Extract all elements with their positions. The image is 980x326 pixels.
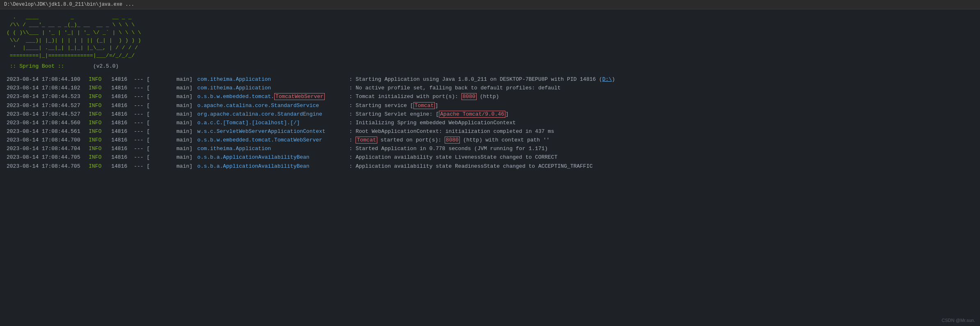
log-class: o.s.b.a.ApplicationAvailabilityBean: [197, 153, 349, 162]
log-class: org.apache.catalina.core.StandardEngine: [197, 110, 349, 119]
log-timestamp: 2023-08-14 17:08:44.100: [7, 75, 89, 84]
port-8080-highlight: 8080: [461, 93, 477, 100]
log-thread: main: [152, 75, 189, 84]
log-class: o.s.b.w.embedded.tomcat.TomcatWebServer: [197, 93, 349, 101]
log-pid: 14816: [111, 145, 134, 153]
log-line-4: 2023-08-14 17:08:44.527 INFO 14816 --- […: [7, 102, 973, 110]
log-sep: --- [: [134, 75, 152, 84]
spring-label: :: Spring Boot ::: [7, 63, 67, 69]
log-sep: --- [: [134, 153, 152, 162]
log-line-11: 2023-08-14 17:08:44.705 INFO 14816 --- […: [7, 162, 973, 171]
log-message: : Application availability state Readine…: [349, 162, 593, 171]
log-level: INFO: [89, 75, 111, 84]
log-sep: --- [: [134, 128, 152, 136]
log-thread: main: [152, 119, 189, 127]
log-sep: --- [: [134, 136, 152, 144]
log-sep: --- [: [134, 93, 152, 101]
log-pid: 14816: [111, 102, 134, 110]
log-bracket-close: ]: [189, 119, 196, 127]
log-pid: 14816: [111, 110, 134, 119]
log-class: o.s.b.w.embedded.tomcat.TomcatWebServer: [197, 136, 349, 144]
log-sep: --- [: [134, 102, 152, 110]
log-message: : Starting Application using Java 1.8.0_…: [349, 75, 615, 84]
log-path: D:\: [602, 76, 612, 82]
log-thread: main: [152, 162, 189, 171]
title-bar: D:\Develop\JDK\jdk1.8.0_211\bin\java.exe…: [0, 0, 980, 9]
log-line-3: 2023-08-14 17:08:44.523 INFO 14816 --- […: [7, 93, 973, 101]
apache-tomcat-highlight: Apache Tomcat/9.0.46: [439, 111, 505, 118]
log-pid: 14816: [111, 162, 134, 171]
log-thread: main: [152, 84, 189, 92]
log-class: com.itheima.Application: [197, 145, 349, 153]
port-8080-highlight-2: 8080: [445, 137, 460, 144]
log-bracket-close: ]: [189, 102, 196, 110]
log-timestamp: 2023-08-14 17:08:44.705: [7, 162, 89, 171]
log-timestamp: 2023-08-14 17:08:44.527: [7, 102, 89, 110]
watermark: CSDN @Mr.sun.: [942, 318, 975, 323]
log-timestamp: 2023-08-14 17:08:44.523: [7, 93, 89, 101]
log-thread: main: [152, 128, 189, 136]
log-class: o.a.c.C.[Tomcat].[localhost].[/]: [197, 119, 349, 127]
log-timestamp: 2023-08-14 17:08:44.102: [7, 84, 89, 92]
log-bracket-close: ]: [189, 136, 196, 144]
log-sep: --- [: [134, 145, 152, 153]
log-timestamp: 2023-08-14 17:08:44.704: [7, 145, 89, 153]
log-line-1: 2023-08-14 17:08:44.100 INFO 14816 --- […: [7, 75, 973, 84]
log-class: com.itheima.Application: [197, 75, 349, 84]
log-bracket-close: ]: [189, 128, 196, 136]
log-level: INFO: [89, 93, 111, 101]
log-timestamp: 2023-08-14 17:08:44.527: [7, 110, 89, 119]
log-timestamp: 2023-08-14 17:08:44.705: [7, 153, 89, 162]
spring-version-line: :: Spring Boot :: (v2.5.0): [7, 62, 973, 71]
log-line-8: 2023-08-14 17:08:44.700 INFO 14816 --- […: [7, 136, 973, 144]
log-sep: --- [: [134, 110, 152, 119]
log-class: w.s.c.ServletWebServerApplicationContext: [197, 128, 349, 136]
log-line-7: 2023-08-14 17:08:44.561 INFO 14816 --- […: [7, 128, 973, 136]
log-pid: 14816: [111, 93, 134, 101]
log-level: INFO: [89, 110, 111, 119]
log-line-10: 2023-08-14 17:08:44.705 INFO 14816 --- […: [7, 153, 973, 162]
log-bracket-close: ]: [189, 110, 196, 119]
log-thread: main: [152, 102, 189, 110]
log-timestamp: 2023-08-14 17:08:44.561: [7, 128, 89, 136]
log-line-5: 2023-08-14 17:08:44.527 INFO 14816 --- […: [7, 110, 973, 119]
tomcat-service-highlight: Tomcat: [413, 102, 435, 109]
log-timestamp: 2023-08-14 17:08:44.560: [7, 119, 89, 127]
log-pid: 14816: [111, 84, 134, 92]
log-timestamp: 2023-08-14 17:08:44.700: [7, 136, 89, 144]
log-thread: main: [152, 93, 189, 101]
log-line-2: 2023-08-14 17:08:44.102 INFO 14816 --- […: [7, 84, 973, 92]
log-level: INFO: [89, 128, 111, 136]
log-message: : Starting service [Tomcat]: [349, 102, 438, 110]
console-output: . ____ _ __ _ _ /\\ / ___'_ __ _ _(_)_ _…: [0, 9, 980, 175]
log-bracket-close: ]: [189, 93, 196, 101]
log-sep: --- [: [134, 162, 152, 171]
log-line-9: 2023-08-14 17:08:44.704 INFO 14816 --- […: [7, 145, 973, 153]
log-class: o.apache.catalina.core.StandardService: [197, 102, 349, 110]
log-sep: --- [: [134, 119, 152, 127]
tomcat-highlight: Tomcat: [356, 137, 377, 144]
log-level: INFO: [89, 153, 111, 162]
log-message: : Tomcat started on port(s): 8080 (http)…: [349, 136, 550, 144]
log-level: INFO: [89, 145, 111, 153]
log-pid: 14816: [111, 153, 134, 162]
log-bracket-close: ]: [189, 84, 196, 92]
log-bracket-close: ]: [189, 145, 196, 153]
log-thread: main: [152, 145, 189, 153]
title-text: D:\Develop\JDK\jdk1.8.0_211\bin\java.exe…: [4, 2, 134, 7]
log-pid: 14816: [111, 119, 134, 127]
log-bracket-close: ]: [189, 162, 196, 171]
log-message: : Started Application in 0.778 seconds (…: [349, 145, 548, 153]
log-level: INFO: [89, 84, 111, 92]
log-message: : Root WebApplicationContext: initializa…: [349, 128, 554, 136]
log-class: o.s.b.a.ApplicationAvailabilityBean: [197, 162, 349, 171]
log-sep: --- [: [134, 84, 152, 92]
ascii-art: . ____ _ __ _ _ /\\ / ___'_ __ _ _(_)_ _…: [7, 14, 973, 60]
log-message: : Tomcat initialized with port(s): 8080 …: [349, 93, 499, 101]
log-level: INFO: [89, 102, 111, 110]
log-thread: main: [152, 153, 189, 162]
log-level: INFO: [89, 119, 111, 127]
log-thread: main: [152, 110, 189, 119]
log-message: : Initializing Spring embedded WebApplic…: [349, 119, 516, 127]
log-level: INFO: [89, 162, 111, 171]
